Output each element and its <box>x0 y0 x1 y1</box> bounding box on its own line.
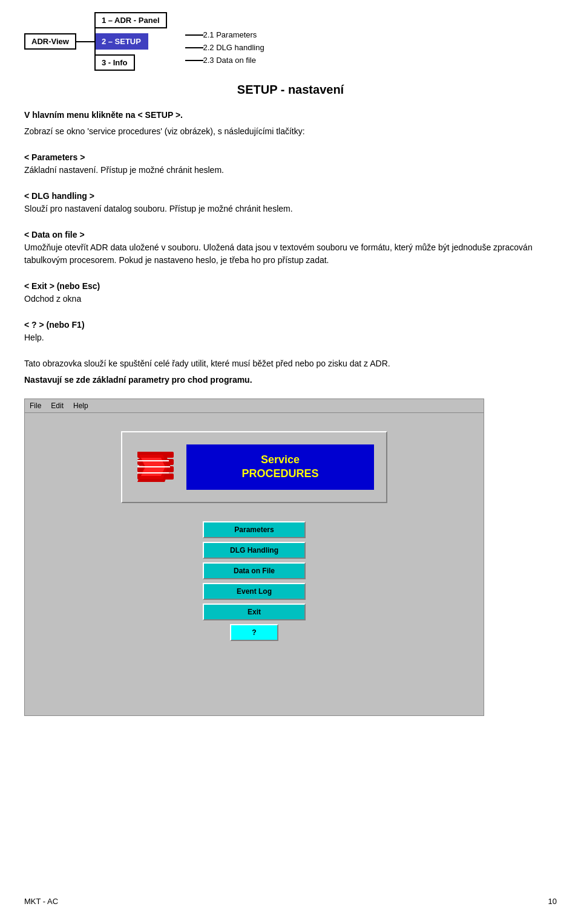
data-on-file-button[interactable]: Data on File <box>203 562 306 579</box>
parameters-section: < Parameters > Základní nastavení. Příst… <box>24 151 557 177</box>
dlg-handling-button[interactable]: DLG Handling <box>203 542 306 559</box>
menu-edit[interactable]: Edit <box>51 402 64 410</box>
service-panel: Service PROCEDURES <box>121 431 387 503</box>
note1: Tato obrazovka slouží ke spuštění celé ř… <box>24 357 557 370</box>
footer-left: MKT - AC <box>24 897 58 906</box>
help-section: < ? > (nebo F1) Help. <box>24 319 557 344</box>
exit-section: < Exit > (nebo Esc) Odchod z okna <box>24 280 557 305</box>
nav-setup: 2 – SETUP <box>94 33 148 50</box>
nav-param-21: 2.1 Parameters <box>203 30 257 39</box>
question-button[interactable]: ? <box>230 624 278 641</box>
parameters-button[interactable]: Parameters <box>203 521 306 538</box>
navigation-diagram: ADR-View 1 – ADR - Panel 2 – SETUP 3 - I… <box>24 12 557 71</box>
exit-button[interactable]: Exit <box>203 604 306 620</box>
event-log-button[interactable]: Event Log <box>203 583 306 600</box>
button-group: Parameters DLG Handling Data on File Eve… <box>194 521 315 641</box>
note2: Nastavují se zde základní parametry pro … <box>24 374 557 386</box>
service-procedures-button[interactable]: Service PROCEDURES <box>186 444 374 490</box>
menu-file[interactable]: File <box>30 402 41 410</box>
nav-info: 3 - Info <box>94 54 135 71</box>
dlg-section: < DLG handling > Slouží pro nastavení da… <box>24 190 557 215</box>
screenshot-body: Service PROCEDURES Parameters DLG Handli… <box>25 413 484 715</box>
nav-param-23: 2.3 Data on file <box>203 56 256 65</box>
screenshot-container: File Edit Help <box>24 399 484 716</box>
nav-adr-view: ADR-View <box>24 33 76 50</box>
nav-param-22: 2.2 DLG handling <box>203 43 264 52</box>
page-title: SETUP - nastavení <box>24 83 557 97</box>
page-footer: MKT - AC 10 <box>24 897 557 906</box>
screenshot-menubar: File Edit Help <box>25 399 484 413</box>
description-text: Zobrazí se okno 'service procedures' (vi… <box>24 125 557 138</box>
menu-help[interactable]: Help <box>73 402 88 410</box>
nav-adr-panel: 1 – ADR - Panel <box>94 12 167 28</box>
service-logo <box>134 446 177 488</box>
intro-text: V hlavním menu klikněte na < SETUP >. <box>24 109 557 122</box>
footer-right: 10 <box>548 897 557 906</box>
data-on-file-section: < Data on file > Umožňuje otevřít ADR da… <box>24 229 557 267</box>
